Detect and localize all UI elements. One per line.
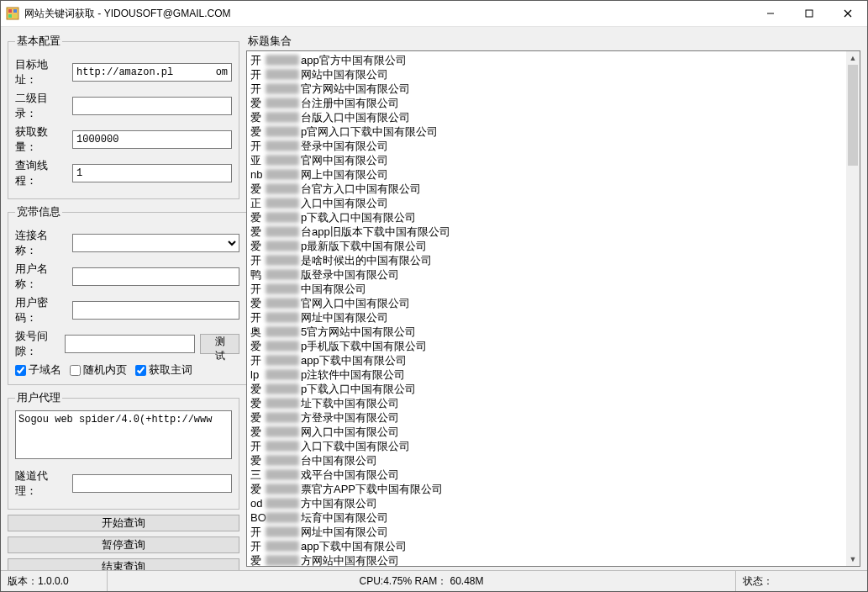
- version-label: 版本：: [8, 574, 38, 589]
- subdir-input[interactable]: [72, 97, 232, 115]
- dial-label: 拨号间隙：: [15, 329, 60, 359]
- user-label: 用户名称：: [15, 262, 67, 292]
- useragent-input[interactable]: [15, 410, 232, 459]
- results-legend: 标题集合: [246, 34, 860, 49]
- list-item[interactable]: nb网上中国有限公司: [250, 167, 843, 182]
- list-item[interactable]: 开app官方中国有限公司: [250, 53, 843, 67]
- list-item[interactable]: 鸭版登录中国有限公司: [250, 267, 843, 282]
- random-check[interactable]: [70, 365, 81, 376]
- threads-label: 查询线程：: [15, 158, 67, 188]
- target-label: 目标地址：: [15, 57, 67, 87]
- list-item[interactable]: 爱票官方APP下载中国有限公司: [250, 482, 843, 496]
- list-item[interactable]: BO坛育中国有限公司: [250, 510, 843, 525]
- list-item[interactable]: 开app下载中国有限公司: [250, 353, 843, 367]
- useragent-group: 用户代理 隧道代理：: [8, 390, 239, 510]
- list-item[interactable]: 爱台版入口中国有限公司: [250, 110, 843, 124]
- list-item[interactable]: 爱台中国有限公司: [250, 453, 843, 468]
- random-check-label[interactable]: 随机内页: [70, 362, 127, 378]
- list-item[interactable]: 爱p手机版下载中国有限公司: [250, 339, 843, 353]
- subdomain-check[interactable]: [15, 365, 26, 376]
- pause-button[interactable]: 暂停查询: [8, 536, 239, 553]
- user-input[interactable]: [72, 267, 239, 286]
- list-item[interactable]: 开中国有限公司: [250, 282, 843, 296]
- list-item[interactable]: 爱台app旧版本下载中国有限公司: [250, 225, 843, 239]
- version-value: 1.0.0.0: [38, 575, 69, 587]
- list-item[interactable]: 开网址中国有限公司: [250, 525, 843, 539]
- list-item[interactable]: 爱p下载入口中国有限公司: [250, 210, 843, 225]
- svg-rect-1: [8, 9, 12, 13]
- list-item[interactable]: 爱p最新版下载中国有限公司: [250, 239, 843, 253]
- statusbar: 版本： 1.0.0.0 CPU:4.75% RAM： 60.48M 状态：: [1, 570, 867, 591]
- minimize-button[interactable]: [751, 1, 790, 26]
- conn-label: 连接名称：: [15, 228, 67, 258]
- useragent-legend: 用户代理: [15, 390, 62, 405]
- svg-rect-4: [13, 14, 17, 18]
- list-item[interactable]: 爱p下载入口中国有限公司: [250, 382, 843, 396]
- list-item[interactable]: 爱台注册中国有限公司: [250, 96, 843, 110]
- list-item[interactable]: 正入口中国有限公司: [250, 196, 843, 210]
- list-item[interactable]: 开登录中国有限公司: [250, 139, 843, 153]
- maximize-button[interactable]: [790, 1, 829, 26]
- app-icon: [6, 7, 19, 20]
- list-item[interactable]: 开入口下载中国有限公司: [250, 439, 843, 453]
- count-label: 获取数量：: [15, 124, 67, 155]
- stop-button[interactable]: 结束查询: [8, 558, 239, 570]
- subdir-label: 二级目录：: [15, 91, 67, 121]
- list-item[interactable]: lpp注软件中国有限公司: [250, 367, 843, 382]
- list-item[interactable]: 开app下载中国有限公司: [250, 539, 843, 553]
- pass-input[interactable]: [72, 301, 239, 320]
- tunnel-label: 隧道代理：: [15, 468, 67, 499]
- scroll-track[interactable]: [846, 65, 860, 552]
- cpu-ram-status: CPU:4.75% RAM： 60.48M: [108, 574, 735, 589]
- scroll-thumb[interactable]: [848, 65, 858, 166]
- mainword-check[interactable]: [135, 365, 146, 376]
- list-item[interactable]: 爱方网站中国有限公司: [250, 553, 843, 566]
- list-item[interactable]: 开网址中国有限公司: [250, 310, 843, 325]
- svg-rect-2: [13, 9, 17, 13]
- scroll-down-icon[interactable]: ▼: [846, 552, 860, 566]
- svg-rect-6: [806, 10, 813, 17]
- list-item[interactable]: 爱台官方入口中国有限公司: [250, 182, 843, 196]
- titlebar: 网站关键词获取 - YIDOUSOFT@GMAIL.COM: [1, 1, 867, 27]
- bandwidth-legend: 宽带信息: [15, 204, 62, 219]
- threads-input[interactable]: [72, 164, 232, 182]
- count-input[interactable]: [72, 130, 232, 149]
- list-item[interactable]: 奥5官方网站中国有限公司: [250, 325, 843, 339]
- tunnel-input[interactable]: [72, 474, 232, 493]
- list-item[interactable]: 爱官网入口中国有限公司: [250, 296, 843, 310]
- test-button[interactable]: 测试: [200, 334, 239, 354]
- basic-config-group: 基本配置 目标地址： 二级目录： 获取数量： 查询线程：: [8, 34, 239, 199]
- basic-config-legend: 基本配置: [15, 34, 62, 49]
- start-button[interactable]: 开始查询: [8, 515, 239, 531]
- conn-select[interactable]: [72, 234, 239, 252]
- scrollbar[interactable]: ▲ ▼: [846, 51, 860, 566]
- pass-label: 用户密码：: [15, 295, 67, 325]
- list-item[interactable]: 三戏平台中国有限公司: [250, 468, 843, 482]
- dial-input[interactable]: [65, 335, 195, 353]
- close-button[interactable]: [829, 1, 867, 26]
- bandwidth-group: 宽带信息 连接名称： 用户名称： 用户密码： 拨号间隙： 测试: [8, 204, 247, 385]
- window-title: 网站关键词获取 - YIDOUSOFT@GMAIL.COM: [24, 7, 751, 21]
- list-item[interactable]: od方中国有限公司: [250, 496, 843, 510]
- list-item[interactable]: 亚官网中国有限公司: [250, 153, 843, 167]
- results-listbox[interactable]: 开app官方中国有限公司开网站中国有限公司开官方网站中国有限公司爱台注册中国有限…: [246, 50, 860, 567]
- mainword-check-label[interactable]: 获取主词: [135, 362, 192, 378]
- subdomain-check-label[interactable]: 子域名: [15, 362, 61, 378]
- list-item[interactable]: 爱网入口中国有限公司: [250, 425, 843, 439]
- list-item[interactable]: 开网站中国有限公司: [250, 67, 843, 82]
- svg-rect-3: [8, 14, 12, 18]
- list-item[interactable]: 爱方登录中国有限公司: [250, 410, 843, 425]
- scroll-up-icon[interactable]: ▲: [846, 51, 860, 65]
- list-item[interactable]: 开官方网站中国有限公司: [250, 82, 843, 96]
- target-input[interactable]: [72, 63, 232, 82]
- list-item[interactable]: 开是啥时候出的中国有限公司: [250, 253, 843, 267]
- list-item[interactable]: 爱址下载中国有限公司: [250, 396, 843, 410]
- list-item[interactable]: 爱p官网入口下载中国有限公司: [250, 124, 843, 139]
- state-label: 状态：: [743, 574, 773, 589]
